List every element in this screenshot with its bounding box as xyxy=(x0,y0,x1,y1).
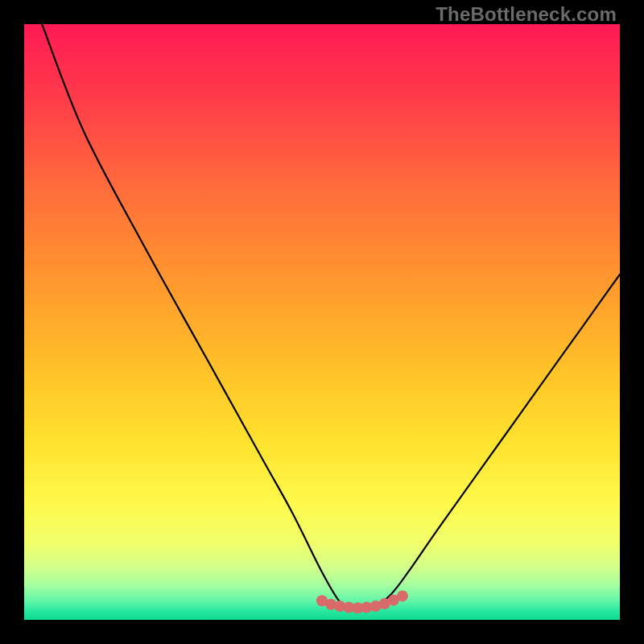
flat-region-dots xyxy=(316,590,408,613)
curve-layer xyxy=(24,24,620,620)
plot-area xyxy=(24,24,620,620)
bottleneck-curve xyxy=(42,24,620,609)
watermark-text: TheBottleneck.com xyxy=(436,3,617,26)
chart-frame: TheBottleneck.com xyxy=(0,0,644,644)
marker-dot xyxy=(397,590,408,601)
